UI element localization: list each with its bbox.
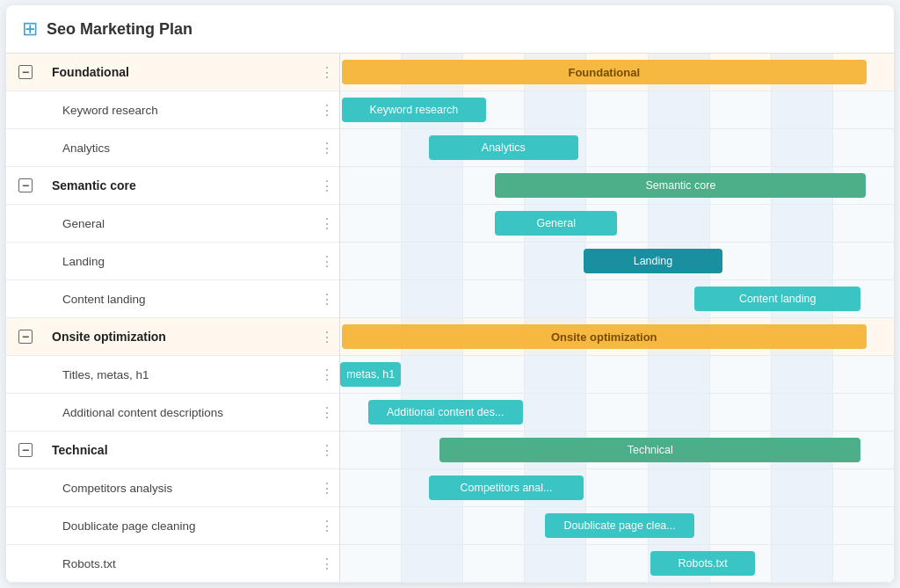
grid-row-landing: Landing bbox=[340, 243, 894, 280]
grid-row-keyword-research: Keyword research bbox=[340, 91, 894, 129]
bar-onsite[interactable]: Onsite optimization bbox=[342, 324, 867, 349]
grid-row-robots: Robots.txt bbox=[340, 545, 894, 583]
dots-content-landing[interactable]: ⋮ bbox=[315, 291, 339, 308]
dots-titles[interactable]: ⋮ bbox=[315, 367, 339, 383]
bar-technical[interactable]: Technical bbox=[439, 438, 860, 462]
label-technical: Technical bbox=[38, 443, 315, 457]
row-foundational: − Foundational ⋮ bbox=[6, 54, 339, 91]
bar-foundational[interactable]: Foundational bbox=[342, 60, 867, 84]
right-panel: Foundational Keyword resea bbox=[340, 54, 894, 583]
bar-additional[interactable]: Additional content des... bbox=[368, 400, 523, 425]
grid-container: Foundational Keyword resea bbox=[340, 54, 894, 583]
dots-landing[interactable]: ⋮ bbox=[315, 253, 339, 270]
bar-titles[interactable]: metas, h1 bbox=[340, 362, 401, 387]
grid-row-onsite: Onsite optimization bbox=[340, 318, 894, 356]
row-additional: Additional content descriptions ⋮ bbox=[6, 394, 339, 432]
collapse-onsite[interactable]: − bbox=[13, 324, 38, 349]
grid-row-content-landing: Content landing bbox=[340, 280, 894, 318]
grid-row-analytics: Analytics bbox=[340, 129, 894, 167]
dots-technical[interactable]: ⋮ bbox=[315, 442, 339, 459]
label-general: General bbox=[31, 217, 315, 230]
dots-analytics[interactable]: ⋮ bbox=[315, 140, 339, 156]
dots-keyword-research[interactable]: ⋮ bbox=[315, 102, 339, 119]
label-semantic-core: Semantic core bbox=[38, 178, 315, 192]
dots-general[interactable]: ⋮ bbox=[315, 215, 339, 232]
label-onsite: Onsite optimization bbox=[38, 330, 315, 344]
bar-general[interactable]: General bbox=[495, 211, 617, 236]
label-robots: Robots.txt bbox=[31, 557, 315, 570]
row-general: General ⋮ bbox=[6, 205, 339, 243]
app-container: ⊞ Seo Marketing Plan − Foundational ⋮ Ke… bbox=[6, 5, 894, 583]
row-keyword-research: Keyword research ⋮ bbox=[6, 91, 339, 129]
grid-row-additional: Additional content des... bbox=[340, 394, 894, 432]
bar-semantic-core[interactable]: Semantic core bbox=[495, 173, 866, 198]
row-titles: Titles, metas, h1 ⋮ bbox=[6, 356, 339, 394]
row-robots: Robots.txt ⋮ bbox=[6, 545, 339, 583]
row-analytics: Analytics ⋮ bbox=[6, 129, 339, 167]
gantt-chart: − Foundational ⋮ Keyword research ⋮ Anal… bbox=[6, 54, 894, 583]
label-additional: Additional content descriptions bbox=[31, 406, 315, 419]
label-analytics: Analytics bbox=[31, 142, 315, 155]
left-panel: − Foundational ⋮ Keyword research ⋮ Anal… bbox=[6, 54, 340, 583]
collapse-technical[interactable]: − bbox=[13, 438, 38, 462]
row-competitors: Competitors analysis ⋮ bbox=[6, 469, 339, 507]
label-competitors: Competitors analysis bbox=[31, 482, 315, 495]
grid-row-technical: Technical bbox=[340, 432, 894, 469]
label-doublicate: Doublicate page cleaning bbox=[31, 519, 315, 533]
bar-doublicate[interactable]: Doublicate page clea... bbox=[545, 513, 694, 538]
grid-row-semantic-core: Semantic core bbox=[340, 167, 894, 205]
row-technical: − Technical ⋮ bbox=[6, 432, 339, 469]
bar-content-landing[interactable]: Content landing bbox=[694, 287, 860, 311]
dots-additional[interactable]: ⋮ bbox=[315, 404, 339, 421]
grid-row-general: General bbox=[340, 205, 894, 243]
row-content-landing: Content landing ⋮ bbox=[6, 280, 339, 318]
dots-semantic-core[interactable]: ⋮ bbox=[315, 178, 339, 194]
app-header: ⊞ Seo Marketing Plan bbox=[6, 5, 894, 54]
bar-keyword-research[interactable]: Keyword research bbox=[342, 98, 486, 122]
row-doublicate: Doublicate page cleaning ⋮ bbox=[6, 507, 339, 545]
dots-competitors[interactable]: ⋮ bbox=[315, 480, 339, 497]
collapse-semantic-core[interactable]: − bbox=[13, 173, 38, 198]
app-icon: ⊞ bbox=[22, 18, 38, 40]
bar-robots[interactable]: Robots.txt bbox=[650, 551, 756, 576]
label-foundational: Foundational bbox=[38, 65, 315, 79]
dots-onsite[interactable]: ⋮ bbox=[315, 329, 339, 345]
app-title: Seo Marketing Plan bbox=[47, 20, 192, 39]
label-keyword-research: Keyword research bbox=[31, 104, 315, 117]
row-semantic-core: − Semantic core ⋮ bbox=[6, 167, 339, 205]
bar-analytics[interactable]: Analytics bbox=[429, 135, 578, 160]
grid-row-doublicate: Doublicate page clea... bbox=[340, 507, 894, 545]
grid-row-foundational: Foundational bbox=[340, 54, 894, 91]
dots-robots[interactable]: ⋮ bbox=[315, 555, 339, 572]
row-landing: Landing ⋮ bbox=[6, 243, 339, 280]
dots-doublicate[interactable]: ⋮ bbox=[315, 518, 339, 534]
dots-foundational[interactable]: ⋮ bbox=[315, 64, 339, 81]
collapse-foundational[interactable]: − bbox=[13, 60, 38, 84]
row-onsite: − Onsite optimization ⋮ bbox=[6, 318, 339, 356]
label-titles: Titles, metas, h1 bbox=[31, 368, 315, 381]
grid-row-titles: metas, h1 bbox=[340, 356, 894, 394]
bar-competitors[interactable]: Competitors anal... bbox=[429, 475, 584, 500]
bar-landing[interactable]: Landing bbox=[584, 249, 722, 273]
label-landing: Landing bbox=[31, 255, 315, 268]
grid-row-competitors: Competitors anal... bbox=[340, 469, 894, 507]
label-content-landing: Content landing bbox=[31, 293, 315, 306]
